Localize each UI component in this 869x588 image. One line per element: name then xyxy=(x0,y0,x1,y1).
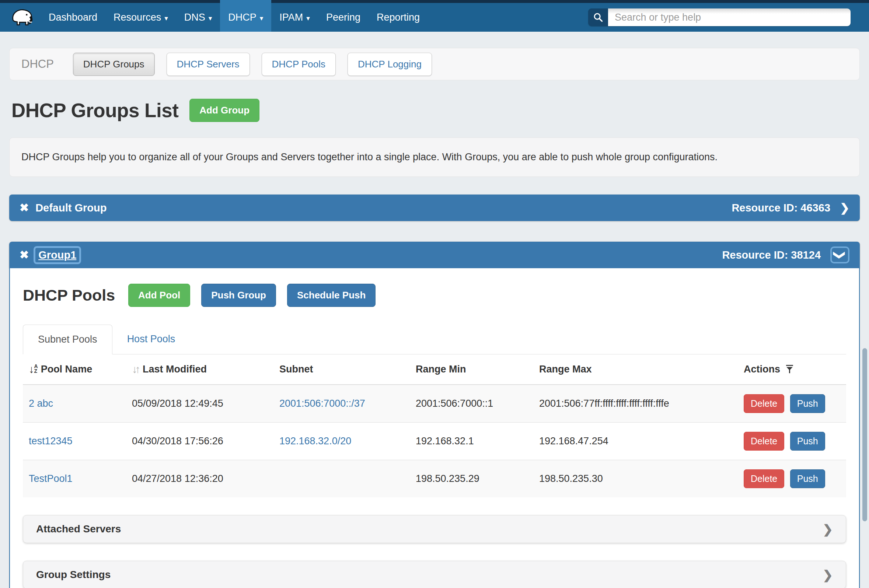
group-bar-default-group[interactable]: ✖ Default Group Resource ID: 46363 ❯ xyxy=(9,194,860,221)
search-input[interactable] xyxy=(608,9,851,26)
chevron-down-icon: ❯ xyxy=(834,250,846,260)
resource-id-label: Resource ID: 38124 xyxy=(722,249,821,261)
filter-icon[interactable] xyxy=(785,365,794,374)
search-icon xyxy=(593,12,603,22)
table-header-row: ↓ A Z Pool Name ↓ xyxy=(23,354,846,385)
delete-button[interactable]: Delete xyxy=(744,432,784,450)
sort-arrow-down: ↓ xyxy=(29,364,34,375)
global-search xyxy=(588,9,851,26)
header-label: Range Max xyxy=(539,364,592,375)
header-label: Last Modified xyxy=(142,364,207,375)
subnav-button-dhcp-pools[interactable]: DHCP Pools xyxy=(262,53,336,76)
nav-item-label: Reporting xyxy=(377,12,420,23)
header-pool-name[interactable]: ↓ A Z Pool Name xyxy=(23,354,126,385)
subnet-link[interactable]: 192.168.32.0/20 xyxy=(279,435,351,447)
push-button[interactable]: Push xyxy=(790,432,825,450)
group-name[interactable]: Default Group xyxy=(36,202,107,214)
pool-name-link[interactable]: TestPool1 xyxy=(29,473,73,484)
range-min-cell: 192.168.32.1 xyxy=(410,422,533,460)
schedule-push-button[interactable]: Schedule Push xyxy=(287,284,375,307)
title-row: DHCP Groups List Add Group xyxy=(12,99,860,122)
pool-tabs: Subnet Pools Host Pools xyxy=(23,324,846,354)
header-subnet[interactable]: Subnet xyxy=(273,354,410,385)
nav-item-dns[interactable]: DNS▾ xyxy=(176,3,220,32)
group-settings-panel[interactable]: Group Settings ❯ xyxy=(23,561,846,588)
nav-item-label: DNS xyxy=(184,12,205,23)
range-max-cell: 198.50.235.30 xyxy=(533,460,738,498)
tab-host-pools[interactable]: Host Pools xyxy=(113,324,190,354)
attached-servers-label: Attached Servers xyxy=(36,523,121,535)
nav-item-label: IPAM xyxy=(279,12,303,23)
add-pool-button[interactable]: Add Pool xyxy=(128,284,190,307)
range-max-cell: 2001:506:77ff:ffff:ffff:ffff:ffff:fffe xyxy=(533,385,738,422)
subnet-link[interactable]: 2001:506:7000::/37 xyxy=(279,398,365,409)
header-range-min[interactable]: Range Min xyxy=(410,354,533,385)
attached-servers-panel[interactable]: Attached Servers ❯ xyxy=(23,515,846,543)
pool-name-link[interactable]: test12345 xyxy=(29,435,73,447)
header-label: Range Min xyxy=(416,364,466,375)
range-max-cell: 192.168.47.254 xyxy=(533,422,738,460)
group-card-group1: ✖ Group1 Resource ID: 38124 ❯ DHCP Pools… xyxy=(9,242,860,588)
nav-item-dashboard[interactable]: Dashboard xyxy=(40,3,105,32)
push-button[interactable]: Push xyxy=(790,470,825,488)
last-modified-cell: 04/27/2018 12:36:20 xyxy=(126,460,273,498)
subnav-button-dhcp-logging[interactable]: DHCP Logging xyxy=(347,53,432,76)
table-row: 2 abc 05/09/2018 12:49:45 2001:506:7000:… xyxy=(23,385,846,422)
subnav-button-dhcp-servers[interactable]: DHCP Servers xyxy=(166,53,250,76)
sort-updown-icon: ↓↑ xyxy=(132,363,138,375)
nav-items: Dashboard Resources▾ DNS▾ DHCP▾ IPAM▾ Pe… xyxy=(40,3,428,32)
sort-alpha-icon: ↓ A Z xyxy=(29,364,38,375)
nav-item-label: Resources xyxy=(114,12,161,23)
add-group-button[interactable]: Add Group xyxy=(190,99,260,122)
delete-button[interactable]: Delete xyxy=(744,470,784,488)
group-body: DHCP Pools Add Pool Push Group Schedule … xyxy=(9,268,860,588)
description-panel: DHCP Groups help you to organize all of … xyxy=(9,138,860,177)
group-bar-right: Resource ID: 46363 ❯ xyxy=(731,202,850,214)
close-icon[interactable]: ✖ xyxy=(19,202,29,213)
nav-item-label: DHCP xyxy=(228,12,257,23)
header-last-modified[interactable]: ↓↑ Last Modified xyxy=(126,354,273,385)
chevron-right-icon: ❯ xyxy=(823,522,833,536)
scrollbar-thumb[interactable] xyxy=(862,348,867,521)
dhcp-subnav-panel: DHCP DHCP Groups DHCP Servers DHCP Pools… xyxy=(9,48,860,80)
delete-button[interactable]: Delete xyxy=(744,394,784,413)
nav-item-resources[interactable]: Resources▾ xyxy=(105,3,176,32)
subnav-button-dhcp-groups[interactable]: DHCP Groups xyxy=(73,53,155,76)
pools-header-row: DHCP Pools Add Pool Push Group Schedule … xyxy=(23,284,846,307)
nav-item-reporting[interactable]: Reporting xyxy=(369,3,428,32)
table-row: TestPool1 04/27/2018 12:36:20 198.50.235… xyxy=(23,460,846,498)
group-bar-group1[interactable]: ✖ Group1 Resource ID: 38124 ❯ xyxy=(9,242,860,268)
subnet-pools-table: ↓ A Z Pool Name ↓ xyxy=(23,354,846,498)
header-label: Pool Name xyxy=(41,364,92,375)
close-icon[interactable]: ✖ xyxy=(19,249,29,261)
push-button[interactable]: Push xyxy=(790,394,825,413)
logo-mammoth-icon[interactable] xyxy=(10,7,34,28)
nav-item-peering[interactable]: Peering xyxy=(318,3,369,32)
caret-down-icon: ▾ xyxy=(260,13,264,22)
header-label: Actions xyxy=(744,364,780,375)
nav-item-ipam[interactable]: IPAM▾ xyxy=(271,3,318,32)
header-actions[interactable]: Actions xyxy=(738,354,846,385)
sort-letter-z: Z xyxy=(34,369,38,373)
search-button[interactable] xyxy=(588,9,608,26)
tab-subnet-pools[interactable]: Subnet Pools xyxy=(23,324,113,354)
header-label: Subnet xyxy=(279,364,313,375)
last-modified-cell: 04/30/2018 17:56:26 xyxy=(126,422,273,460)
chevron-right-icon[interactable]: ❯ xyxy=(840,202,850,214)
navbar: Dashboard Resources▾ DNS▾ DHCP▾ IPAM▾ Pe… xyxy=(0,3,869,32)
last-modified-cell: 05/09/2018 12:49:45 xyxy=(126,385,273,422)
pool-name-link[interactable]: 2 abc xyxy=(29,398,53,409)
range-min-cell: 2001:506:7000::1 xyxy=(410,385,533,422)
header-range-max[interactable]: Range Max xyxy=(533,354,738,385)
page-title: DHCP Groups List xyxy=(12,99,178,121)
top-stripe xyxy=(0,0,869,3)
table-row: test12345 04/30/2018 17:56:26 192.168.32… xyxy=(23,422,846,460)
chevron-right-icon: ❯ xyxy=(823,568,833,582)
nav-item-dhcp[interactable]: DHCP▾ xyxy=(220,3,271,32)
collapse-toggle-button[interactable]: ❯ xyxy=(830,246,850,264)
group-name-editable[interactable]: Group1 xyxy=(36,248,79,262)
push-group-button[interactable]: Push Group xyxy=(201,284,276,307)
nav-item-label: Peering xyxy=(326,12,360,23)
range-min-cell: 198.50.235.29 xyxy=(410,460,533,498)
nav-item-label: Dashboard xyxy=(49,12,97,23)
